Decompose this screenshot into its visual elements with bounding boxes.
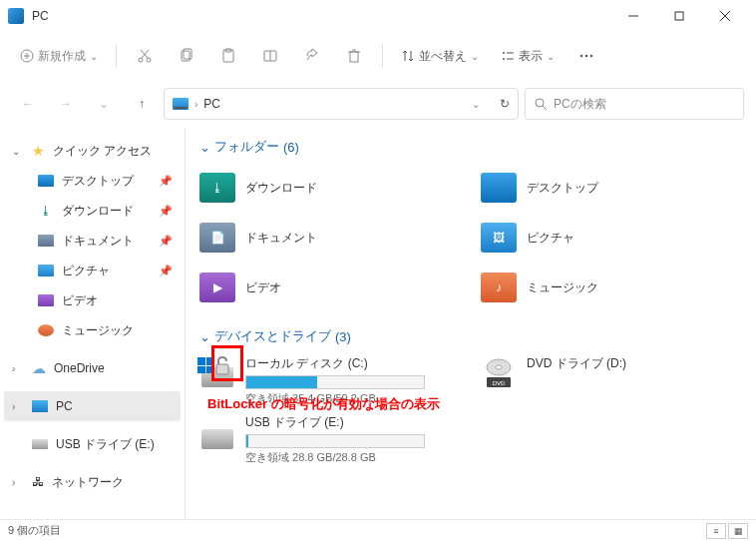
folders-header[interactable]: ⌄ フォルダー (6) (199, 138, 742, 156)
more-button[interactable] (568, 38, 604, 74)
content-pane: ⌄ フォルダー (6) ⭳ダウンロード デスクトップ 📄ドキュメント 🖼ピクチャ… (185, 128, 756, 519)
svg-point-25 (585, 55, 587, 57)
up-button[interactable]: ↑ (126, 88, 158, 120)
music-icon (38, 324, 54, 336)
sidebar-network[interactable]: ›🖧ネットワーク (4, 467, 181, 497)
folder-desktop[interactable]: デスクトップ (481, 166, 742, 210)
sidebar-item-documents[interactable]: ドキュメント📌 (4, 226, 181, 256)
refresh-button[interactable]: ↻ (500, 97, 510, 111)
close-button[interactable] (702, 0, 748, 32)
chevron-down-icon: ⌄ (471, 51, 479, 62)
sidebar-usb[interactable]: ›USB ドライブ (E:) (4, 429, 181, 459)
sidebar-onedrive[interactable]: ›☁OneDrive (4, 353, 181, 383)
svg-line-10 (141, 50, 148, 58)
cloud-icon: ☁ (32, 360, 46, 376)
section-count: (3) (335, 329, 351, 344)
chevron-right-icon[interactable]: › (12, 477, 24, 488)
sidebar-pc[interactable]: ›PC (4, 391, 181, 421)
navigation-pane: ⌄ ★ クイック アクセス デスクトップ📌 ⭳ダウンロード📌 ドキュメント📌 ピ… (0, 128, 185, 519)
folder-downloads[interactable]: ⭳ダウンロード (199, 166, 461, 210)
details-view-button[interactable]: ≡ (706, 523, 726, 539)
view-button[interactable]: 表示 ⌄ (493, 38, 563, 74)
rename-button[interactable] (252, 38, 288, 74)
view-label: 表示 (519, 48, 543, 65)
sidebar-label: PC (56, 399, 73, 413)
sidebar-label: ミュージック (62, 322, 134, 339)
folder-videos[interactable]: ▶ビデオ (199, 266, 461, 309)
sidebar-item-downloads[interactable]: ⭳ダウンロード📌 (4, 196, 181, 226)
chevron-down-icon[interactable]: ⌄ (472, 99, 480, 110)
folder-documents[interactable]: 📄ドキュメント (199, 216, 461, 260)
search-placeholder: PCの検索 (554, 96, 606, 113)
delete-button[interactable] (336, 38, 372, 74)
sidebar-label: ダウンロード (62, 203, 134, 220)
drive-e[interactable]: USB ドライブ (E:) 空き領域 28.8 GB/28.8 GB (199, 414, 461, 465)
music-folder-icon: ♪ (481, 272, 517, 302)
svg-point-31 (496, 365, 502, 369)
folder-label: ダウンロード (245, 180, 317, 197)
drive-d[interactable]: DVD DVD ドライブ (D:) (481, 355, 742, 406)
rename-icon (262, 48, 278, 64)
pin-icon: 📌 (159, 205, 173, 218)
search-box[interactable]: PCの検索 (525, 88, 744, 120)
desktop-folder-icon (481, 173, 517, 203)
share-icon (304, 48, 320, 64)
star-icon: ★ (32, 143, 45, 159)
address-location: PC (203, 97, 220, 111)
svg-point-20 (503, 52, 505, 54)
picture-folder-icon: 🖼 (481, 223, 517, 253)
chevron-down-icon: ⌄ (90, 51, 98, 62)
chevron-right-icon[interactable]: › (12, 363, 24, 374)
folder-music[interactable]: ♪ミュージック (481, 266, 742, 309)
drive-capacity: 空き領域 28.8 GB/28.8 GB (245, 450, 461, 465)
section-title: フォルダー (214, 138, 279, 156)
folder-label: ドキュメント (245, 230, 317, 247)
sidebar-item-videos[interactable]: ビデオ (4, 285, 181, 315)
address-bar[interactable]: › PC ⌄ ↻ (164, 88, 519, 120)
chevron-right-icon[interactable]: › (12, 401, 24, 412)
sort-button[interactable]: 並べ替え ⌄ (393, 38, 487, 74)
sidebar-label: OneDrive (54, 361, 105, 375)
pin-icon: 📌 (159, 265, 173, 277)
svg-line-9 (142, 50, 149, 58)
download-folder-icon: ⭳ (199, 173, 235, 203)
copy-button[interactable] (169, 38, 204, 74)
sidebar-item-music[interactable]: ミュージック (4, 315, 181, 345)
picture-icon (38, 265, 54, 276)
recent-button[interactable]: ⌄ (88, 88, 120, 120)
sidebar-label: デスクトップ (62, 173, 134, 190)
copy-icon (179, 48, 194, 64)
forward-button[interactable]: → (50, 88, 82, 120)
sidebar-item-desktop[interactable]: デスクトップ📌 (4, 166, 181, 196)
sidebar-label: ネットワーク (52, 474, 124, 491)
minimize-button[interactable] (610, 0, 656, 32)
chevron-down-icon[interactable]: ⌄ (12, 146, 24, 157)
svg-line-28 (543, 106, 547, 110)
pin-icon: 📌 (159, 235, 173, 248)
drive-name: USB ドライブ (E:) (245, 414, 461, 431)
plus-circle-icon (20, 49, 34, 63)
sidebar-quick-access[interactable]: ⌄ ★ クイック アクセス (4, 136, 181, 166)
drives-header[interactable]: ⌄ デバイスとドライブ (3) (199, 327, 742, 345)
folder-pictures[interactable]: 🖼ピクチャ (481, 216, 742, 260)
desktop-icon (38, 175, 54, 187)
separator (382, 44, 383, 68)
share-button[interactable] (294, 38, 330, 74)
new-button[interactable]: 新規作成 ⌄ (12, 38, 106, 74)
paste-button[interactable] (210, 38, 246, 74)
document-icon (38, 235, 54, 247)
search-icon (534, 97, 548, 111)
folder-label: ビデオ (245, 279, 281, 296)
network-icon: 🖧 (32, 475, 44, 489)
back-button[interactable]: ← (12, 88, 44, 120)
sidebar-item-pictures[interactable]: ピクチャ📌 (4, 256, 181, 285)
sidebar-label: ビデオ (62, 292, 98, 309)
cut-button[interactable] (127, 38, 163, 74)
chevron-down-icon: ⌄ (199, 140, 210, 155)
sort-label: 並べ替え (419, 48, 467, 65)
maximize-button[interactable] (656, 0, 702, 32)
tiles-view-button[interactable]: ▦ (728, 523, 748, 539)
svg-text:DVD: DVD (493, 380, 506, 386)
svg-point-7 (139, 58, 143, 62)
pc-icon (32, 400, 48, 412)
